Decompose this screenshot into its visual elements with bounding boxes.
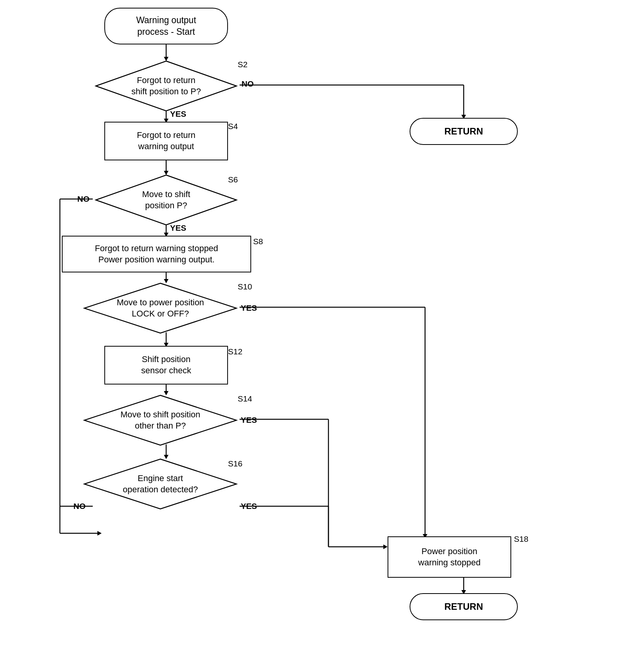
s4-process: Forgot to return warning output (104, 122, 228, 160)
s8-process: Forgot to return warning stopped Power p… (62, 236, 251, 272)
s2-decision: Forgot to return shift position to P? (95, 60, 238, 112)
s14-decision: Move to shift position other than P? (83, 394, 238, 446)
s6-yes-label: YES (170, 223, 186, 233)
s2-yes-label: YES (170, 109, 186, 119)
s12-process: Shift position sensor check (104, 346, 228, 384)
start-label: Warning output process - Start (136, 15, 196, 38)
s8-label: S8 (253, 237, 263, 246)
s16-text: Engine start operation detected? (123, 473, 198, 495)
start-terminal: Warning output process - Start (104, 8, 228, 44)
svg-marker-14 (97, 531, 102, 536)
s10-decision: Move to power position LOCK or OFF? (83, 282, 238, 334)
s12-label: S12 (228, 347, 242, 356)
s2-label: S2 (238, 60, 248, 69)
s16-decision: Engine start operation detected? (83, 458, 238, 510)
s2-text: Forgot to return shift position to P? (131, 75, 201, 97)
s6-no-label: NO (77, 194, 90, 204)
s10-yes-label: YES (241, 303, 257, 313)
s14-yes-label: YES (241, 415, 257, 425)
s16-yes-label: YES (241, 502, 257, 511)
return2-terminal: RETURN (410, 593, 518, 620)
s14-label: S14 (238, 394, 252, 403)
svg-marker-29 (383, 544, 388, 549)
s10-text: Move to power position LOCK or OFF? (117, 297, 204, 319)
s4-label: S4 (228, 122, 238, 131)
return1-terminal: RETURN (410, 118, 518, 145)
flowchart: Warning output process - Start S2 Forgot… (0, 0, 631, 672)
s6-text: Move to shift position P? (142, 189, 190, 211)
s18-process: Power position warning stopped (388, 536, 511, 578)
s10-label: S10 (238, 282, 252, 291)
s2-no-label: NO (242, 79, 254, 88)
s16-no-label: NO (73, 502, 86, 511)
s6-decision: Move to shift position P? (95, 174, 238, 226)
s18-label: S18 (514, 534, 528, 544)
s14-text: Move to shift position other than P? (121, 409, 201, 431)
